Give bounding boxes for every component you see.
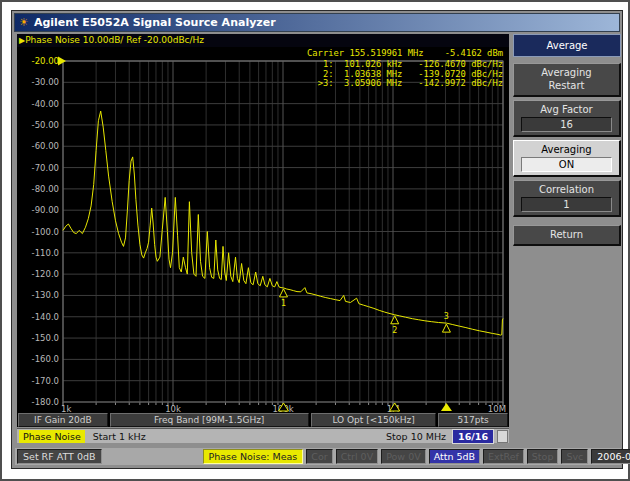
status-bar: Set RF ATT 0dB Phase Noise: Meas CorCtrl… bbox=[15, 448, 621, 465]
marker-readout-1: 1: 101.026 kHz -126.4670 dBc/Hz bbox=[318, 59, 503, 69]
sweep-start-label: Start 1 kHz bbox=[93, 431, 146, 442]
softkey-label: Averaging bbox=[514, 66, 619, 79]
sweep-range-bar: Phase Noise Start 1 kHz Stop 10 MHz 16/1… bbox=[17, 428, 509, 443]
datetime-display: 2006-06-13 12:17 bbox=[591, 449, 630, 464]
trace-marker-label-3: 3 bbox=[444, 312, 449, 321]
trace-scale-header: ▶Phase Noise 10.00dB/ Ref -20.00dBc/Hz bbox=[17, 34, 509, 47]
softkey-label: Restart bbox=[514, 79, 619, 92]
info-lo-opt: LO Opt [<150kHz] bbox=[311, 413, 436, 427]
softkey-avg-factor[interactable]: Avg Factor16 bbox=[513, 100, 621, 137]
y-axis-label: -160.0 bbox=[32, 354, 59, 364]
status-indicator-group: CorCtrl 0VPow 0VAttn 5dBExtRefStopSvc bbox=[306, 449, 588, 464]
y-axis-label: -90.00 bbox=[32, 205, 59, 215]
y-axis-label: -80.00 bbox=[32, 184, 59, 194]
active-measurement-badge: Phase Noise: Meas bbox=[203, 449, 304, 464]
y-axis-label: -150.0 bbox=[32, 333, 59, 343]
softkey-value: ON bbox=[521, 157, 612, 172]
y-axis-label: -140.0 bbox=[32, 312, 59, 322]
softkey-button-stack: AveragingRestartAvg Factor16AveragingONC… bbox=[513, 63, 621, 246]
status-indicator-attn-5db: Attn 5dB bbox=[429, 449, 480, 464]
axis-marker-active-3[interactable] bbox=[441, 403, 452, 411]
info-freq-band: Freq Band [99M-1.5GHz] bbox=[110, 413, 309, 427]
softkey-menu-title: Average bbox=[513, 34, 621, 57]
softkey-label: Avg Factor bbox=[514, 103, 619, 116]
instrument-screen: ▶Phase Noise 10.00dB/ Ref -20.00dBc/Hz -… bbox=[17, 34, 509, 427]
marker-readout-3: >3: 3.05906 MHz -142.9972 dBc/Hz bbox=[318, 78, 503, 88]
sweep-stop-label: Stop 10 MHz bbox=[386, 431, 446, 442]
trace-marker-1[interactable] bbox=[279, 289, 287, 297]
status-message: Set RF ATT 0dB bbox=[17, 449, 102, 464]
average-count-badge: 16/16 bbox=[452, 429, 494, 444]
reference-level-arrow[interactable] bbox=[58, 57, 66, 66]
status-indicator-svc: Svc bbox=[561, 449, 588, 464]
y-axis-label: -110.0 bbox=[32, 248, 59, 258]
softkey-label: Correlation bbox=[514, 183, 619, 196]
trace-marker-3[interactable] bbox=[442, 324, 450, 332]
y-axis-label: -120.0 bbox=[32, 269, 59, 279]
softkey-menu: Average AveragingRestartAvg Factor16Aver… bbox=[513, 34, 621, 249]
y-axis-label: -130.0 bbox=[32, 290, 59, 300]
softkey-averaging[interactable]: AveragingON bbox=[513, 140, 621, 177]
screenshot-frame: ☀ Agilent E5052A Signal Source Analyzer … bbox=[0, 0, 630, 481]
softkey-label: Return bbox=[514, 228, 619, 241]
info-if-gain: IF Gain 20dB bbox=[18, 413, 108, 427]
app-window: ☀ Agilent E5052A Signal Source Analyzer … bbox=[11, 10, 623, 469]
softkey-value: 1 bbox=[521, 197, 612, 212]
y-axis-label: -70.00 bbox=[32, 163, 59, 173]
y-axis-label: -180.0 bbox=[32, 397, 59, 407]
status-indicator-stop: Stop bbox=[527, 449, 559, 464]
info-points: 517pts bbox=[438, 413, 508, 427]
trace-type-badge: Phase Noise bbox=[19, 430, 85, 443]
softkey-return[interactable]: Return bbox=[513, 225, 621, 246]
softkey-correlation[interactable]: Correlation1 bbox=[513, 180, 621, 217]
status-indicator-cor: Cor bbox=[306, 449, 332, 464]
softkey-value: 16 bbox=[521, 117, 612, 132]
window-title: Agilent E5052A Signal Source Analyzer bbox=[34, 16, 276, 29]
agilent-spark-icon: ☀ bbox=[19, 17, 29, 28]
y-axis-label: -60.00 bbox=[32, 141, 59, 151]
x-axis-label: 10k bbox=[165, 404, 181, 413]
status-indicator-ctrl-0v: Ctrl 0V bbox=[336, 449, 378, 464]
x-axis-label: 10M bbox=[488, 404, 506, 413]
softkey-averaging-restart[interactable]: AveragingRestart bbox=[513, 63, 621, 97]
y-axis-label: -50.00 bbox=[32, 120, 59, 130]
title-bar: ☀ Agilent E5052A Signal Source Analyzer bbox=[14, 13, 620, 32]
y-axis-label: -40.00 bbox=[32, 99, 59, 109]
marker-readout-2: 2: 1.03638 MHz -139.0720 dBc/Hz bbox=[318, 69, 503, 79]
x-axis-label: 1k bbox=[61, 404, 71, 413]
softkey-label: Averaging bbox=[514, 143, 619, 156]
measurement-info-bar: IF Gain 20dBFreq Band [99M-1.5GHz]LO Opt… bbox=[17, 412, 509, 427]
y-axis-label: -20.00 bbox=[32, 56, 59, 66]
trace-marker-label-1: 1 bbox=[281, 299, 286, 308]
carrier-readout: Carrier 155.519961 MHz -5.4162 dBm bbox=[307, 48, 503, 58]
status-indicator-pow-0v: Pow 0V bbox=[381, 449, 426, 464]
trace-scale-text: Phase Noise 10.00dB/ Ref -20.00dBc/Hz bbox=[25, 35, 204, 45]
y-axis-label: -30.00 bbox=[32, 77, 59, 87]
y-axis-label: -100.0 bbox=[32, 227, 59, 237]
sweep-indicator-box bbox=[497, 430, 508, 443]
trace-marker-label-2: 2 bbox=[392, 326, 397, 335]
status-indicator-extref: ExtRef bbox=[483, 449, 524, 464]
y-axis-label: -170.0 bbox=[32, 376, 59, 386]
phase-noise-chart: -20.00-30.00-40.00-50.00-60.00-70.00-80.… bbox=[17, 47, 509, 412]
